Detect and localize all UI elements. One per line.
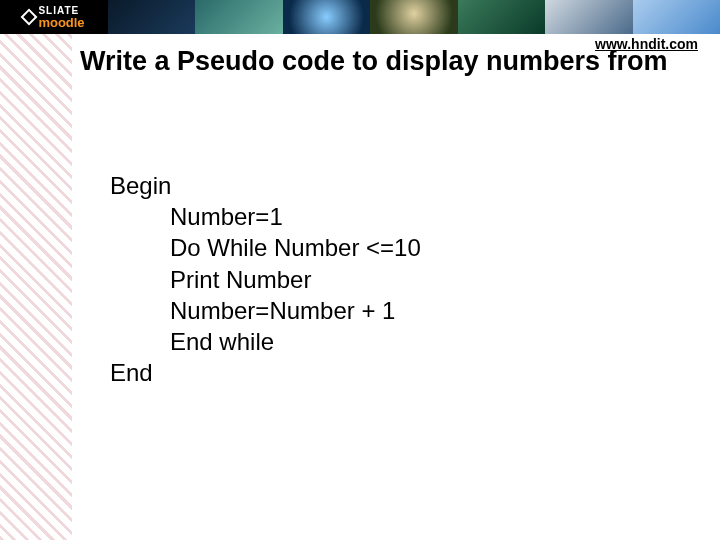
banner-panel xyxy=(633,0,720,34)
logo-text: SLIATE moodle xyxy=(38,6,84,29)
logo-top: SLIATE xyxy=(38,6,84,16)
code-line: Print Number xyxy=(170,264,421,295)
code-line: Number=Number + 1 xyxy=(170,295,421,326)
code-line: Do While Number <=10 xyxy=(170,232,421,263)
code-line: End while xyxy=(170,326,421,357)
pseudocode-block: Begin Number=1 Do While Number <=10 Prin… xyxy=(110,170,421,388)
banner-panel xyxy=(370,0,457,34)
logo-diamond-icon xyxy=(21,9,38,26)
code-line: End xyxy=(110,357,421,388)
banner-panel xyxy=(108,0,195,34)
code-line: Number=1 xyxy=(170,201,421,232)
banner-panel xyxy=(545,0,632,34)
banner-panel xyxy=(195,0,282,34)
slide-title: Write a Pseudo code to display numbers f… xyxy=(80,46,668,77)
banner-images xyxy=(108,0,720,34)
left-decoration xyxy=(0,0,72,540)
code-line: Begin xyxy=(110,170,421,201)
header-bar: SLIATE moodle xyxy=(0,0,720,34)
logo: SLIATE moodle xyxy=(0,0,108,34)
banner-panel xyxy=(458,0,545,34)
logo-bottom: moodle xyxy=(38,16,84,29)
banner-panel xyxy=(283,0,370,34)
slide: SLIATE moodle www.hndit.com Write a Pseu… xyxy=(0,0,720,540)
